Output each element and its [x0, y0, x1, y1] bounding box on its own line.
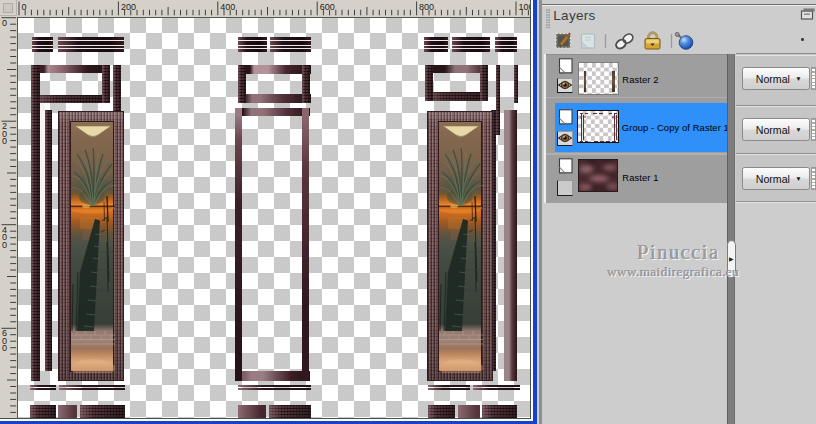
svg-text:600: 600	[320, 2, 335, 12]
svg-text:200: 200	[121, 2, 136, 12]
svg-text:0: 0	[22, 2, 27, 12]
svg-text:0: 0	[2, 240, 7, 250]
svg-text:800: 800	[419, 2, 434, 12]
svg-text:1000: 1000	[519, 2, 531, 12]
svg-text:400: 400	[220, 2, 235, 12]
svg-text:0: 0	[2, 18, 7, 28]
svg-text:0: 0	[2, 136, 7, 146]
svg-text:0: 0	[2, 343, 7, 353]
